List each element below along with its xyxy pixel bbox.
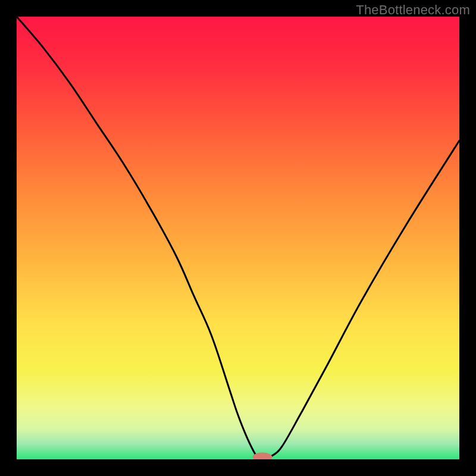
chart-frame: TheBottleneck.com — [0, 0, 476, 476]
gradient-background — [17, 17, 459, 459]
plot-area — [17, 17, 459, 459]
watermark-text: TheBottleneck.com — [356, 2, 470, 18]
bottleneck-chart-svg — [17, 17, 459, 459]
